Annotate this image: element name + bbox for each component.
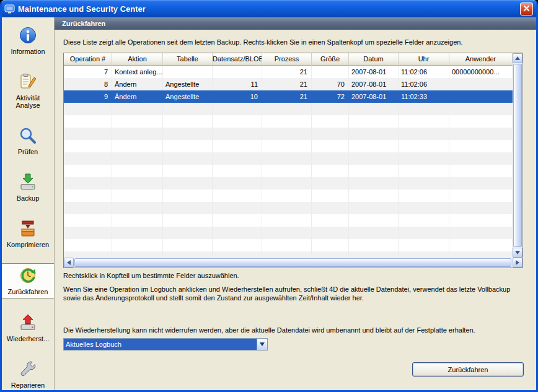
close-icon bbox=[523, 4, 530, 14]
scroll-left-button[interactable] bbox=[64, 258, 74, 268]
sidebar-item-label: Reparieren bbox=[11, 381, 45, 389]
table-cell[interactable]: 21 bbox=[262, 66, 312, 78]
compact-icon bbox=[19, 219, 37, 239]
column-header-datensatz[interactable]: Datensatz/BLOB bbox=[213, 53, 262, 66]
sidebar-item-backup[interactable]: Backup bbox=[2, 170, 54, 204]
column-header-prozess[interactable]: Prozess bbox=[262, 53, 312, 66]
table-cell-selected[interactable]: 9 bbox=[64, 90, 112, 103]
logbook-dropdown[interactable]: Aktuelles Logbuch bbox=[63, 338, 268, 351]
table-cell-selected[interactable]: Angestellte bbox=[163, 90, 213, 103]
table-cell[interactable]: 11 bbox=[213, 78, 262, 90]
titlebar[interactable]: Maintenance und Security Center bbox=[2, 0, 536, 17]
column-header-aktion[interactable]: Aktion bbox=[112, 53, 163, 66]
table-grid: Operation # Aktion Tabelle Datensatz/BLO… bbox=[64, 53, 513, 258]
info-icon bbox=[19, 26, 37, 46]
vertical-scrollbar[interactable] bbox=[513, 53, 523, 258]
table-cell-selected[interactable]: Ändern bbox=[112, 90, 163, 103]
table-cell-selected[interactable]: 2007-08-01 bbox=[349, 90, 399, 103]
table-cell-selected[interactable]: 72 bbox=[312, 90, 349, 103]
restore-explanation-text: Wenn Sie eine Operation im Logbuch ankli… bbox=[63, 285, 526, 302]
chevron-down-icon bbox=[260, 342, 265, 346]
restore-icon bbox=[19, 313, 37, 333]
table-cell[interactable]: 2007-08-01 bbox=[349, 66, 399, 78]
activity-analysis-icon bbox=[19, 72, 37, 92]
arrow-left-icon bbox=[67, 260, 71, 265]
verify-icon bbox=[19, 126, 37, 146]
table-cell[interactable]: 11:02:06 bbox=[399, 66, 449, 78]
dropdown-selected-value: Aktuelles Logbuch bbox=[64, 339, 257, 350]
column-header-groesse[interactable]: Größe bbox=[312, 53, 349, 66]
table-cell[interactable]: Ändern bbox=[112, 78, 163, 90]
sidebar-item-information[interactable]: Information bbox=[2, 24, 54, 58]
sidebar-item-verify[interactable]: Prüfen bbox=[2, 124, 54, 158]
column-header-datum[interactable]: Datum bbox=[349, 53, 399, 66]
arrow-right-icon bbox=[516, 260, 519, 265]
sidebar-item-restore[interactable]: Wiederherst... bbox=[2, 311, 54, 345]
table-cell[interactable]: Angestellte bbox=[163, 78, 213, 90]
arrow-down-icon bbox=[515, 251, 520, 255]
horizontal-scrollbar[interactable] bbox=[64, 258, 523, 268]
sidebar-item-compact[interactable]: Komprimieren bbox=[2, 217, 54, 251]
sidebar-item-label: Aktivität Analyse bbox=[3, 94, 53, 109]
table-cell[interactable]: Kontext anleg... bbox=[112, 66, 163, 78]
app-window: Maintenance und Security Center Informat… bbox=[0, 0, 538, 392]
sidebar: Information Aktivität Analyse bbox=[2, 17, 55, 390]
scroll-right-button[interactable] bbox=[513, 258, 523, 268]
table-cell[interactable]: 2007-08-01 bbox=[349, 78, 399, 90]
table-cell-selected[interactable]: 11:02:33 bbox=[399, 90, 449, 103]
table-empty-area bbox=[312, 103, 349, 258]
content-panel: Zurückfahren Diese Liste zeigt alle Oper… bbox=[55, 17, 536, 390]
operations-table: Operation # Aktion Tabelle Datensatz/BLO… bbox=[63, 53, 523, 268]
horizontal-scroll-thumb[interactable] bbox=[74, 258, 511, 267]
column-header-tabelle[interactable]: Tabelle bbox=[163, 53, 213, 66]
repair-icon bbox=[19, 360, 37, 380]
table-cell[interactable]: 11:02:06 bbox=[399, 78, 449, 90]
table-cell[interactable]: 70 bbox=[312, 78, 349, 90]
table-empty-area bbox=[399, 103, 449, 258]
close-button[interactable] bbox=[520, 2, 533, 15]
table-empty-area bbox=[349, 103, 399, 258]
table-empty-area bbox=[163, 103, 213, 258]
scroll-down-button[interactable] bbox=[513, 248, 523, 258]
table-cell[interactable]: 8 bbox=[64, 78, 112, 90]
arrow-up-icon bbox=[515, 56, 520, 60]
table-empty-area bbox=[213, 103, 262, 258]
table-cell[interactable] bbox=[213, 66, 262, 78]
table-empty-area bbox=[64, 103, 112, 258]
column-header-anwender[interactable]: Anwender bbox=[449, 53, 513, 66]
sidebar-item-repair[interactable]: Reparieren bbox=[2, 357, 54, 391]
header-hint-text: Rechtsklick in Kopfteil um bestimmte Fel… bbox=[63, 272, 525, 279]
column-header-operation[interactable]: Operation # bbox=[64, 53, 112, 66]
sidebar-item-label: Backup bbox=[17, 194, 40, 202]
sidebar-item-label: Prüfen bbox=[18, 148, 38, 155]
dropdown-arrow-button[interactable] bbox=[257, 339, 267, 350]
sidebar-item-label: Information bbox=[11, 48, 45, 55]
table-cell[interactable]: 7 bbox=[64, 66, 112, 78]
intro-text: Diese Liste zeigt alle Operationen seit … bbox=[63, 38, 525, 46]
table-cell[interactable]: 21 bbox=[262, 78, 312, 90]
table-cell[interactable] bbox=[312, 66, 349, 78]
table-cell[interactable] bbox=[163, 66, 213, 78]
sidebar-item-label: Komprimieren bbox=[7, 241, 49, 248]
rollback-button[interactable]: Zurückfahren bbox=[412, 362, 524, 377]
table-cell[interactable] bbox=[449, 78, 513, 90]
vertical-scroll-thumb[interactable] bbox=[513, 64, 522, 247]
restore-warning-text: Die Wiederherstellung kann nicht widerru… bbox=[63, 326, 526, 334]
table-cell[interactable]: 00000000000... bbox=[449, 66, 513, 78]
sidebar-item-rollback[interactable]: Zurückfahren bbox=[2, 263, 54, 298]
column-header-uhr[interactable]: Uhr bbox=[399, 53, 449, 66]
sidebar-item-activity-analysis[interactable]: Aktivität Analyse bbox=[2, 70, 54, 111]
table-cell-selected[interactable]: 21 bbox=[262, 90, 312, 103]
scroll-up-button[interactable] bbox=[513, 53, 523, 63]
table-empty-area bbox=[449, 103, 513, 258]
backup-icon bbox=[19, 173, 37, 193]
table-cell-selected[interactable] bbox=[449, 90, 513, 103]
window-title: Maintenance und Security Center bbox=[18, 4, 146, 14]
table-empty-area bbox=[262, 103, 312, 258]
section-header: Zurückfahren bbox=[55, 17, 536, 30]
rollback-icon bbox=[19, 266, 37, 286]
app-icon bbox=[4, 4, 15, 14]
table-empty-area bbox=[112, 103, 163, 258]
table-cell-selected[interactable]: 10 bbox=[213, 90, 262, 103]
sidebar-item-label: Wiederherst... bbox=[7, 335, 49, 342]
